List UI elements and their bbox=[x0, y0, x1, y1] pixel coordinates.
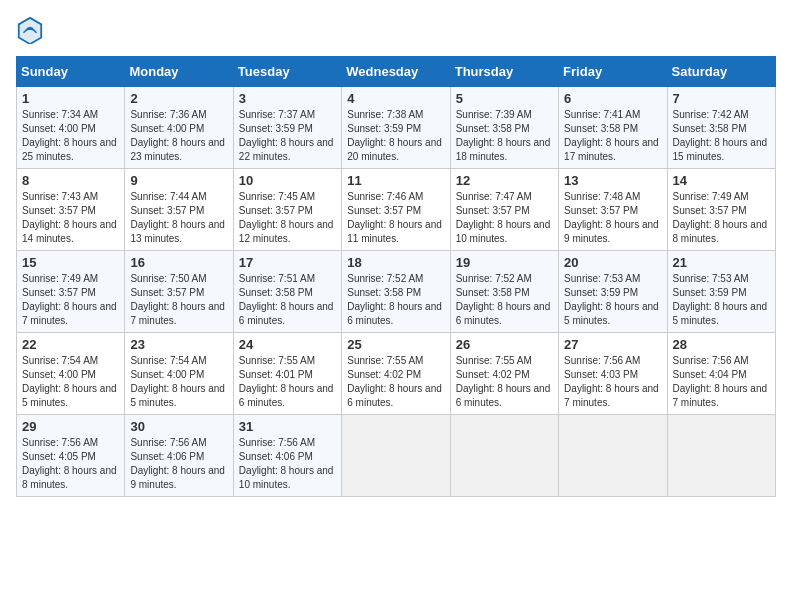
weekday-header-saturday: Saturday bbox=[667, 57, 775, 87]
calendar-cell: 18Sunrise: 7:52 AM Sunset: 3:58 PM Dayli… bbox=[342, 251, 450, 333]
calendar-cell: 15Sunrise: 7:49 AM Sunset: 3:57 PM Dayli… bbox=[17, 251, 125, 333]
day-number: 13 bbox=[564, 173, 661, 188]
day-info: Sunrise: 7:42 AM Sunset: 3:58 PM Dayligh… bbox=[673, 108, 770, 164]
day-info: Sunrise: 7:46 AM Sunset: 3:57 PM Dayligh… bbox=[347, 190, 444, 246]
calendar-cell bbox=[450, 415, 558, 497]
calendar-cell: 21Sunrise: 7:53 AM Sunset: 3:59 PM Dayli… bbox=[667, 251, 775, 333]
day-info: Sunrise: 7:55 AM Sunset: 4:02 PM Dayligh… bbox=[347, 354, 444, 410]
day-number: 21 bbox=[673, 255, 770, 270]
calendar-cell: 2Sunrise: 7:36 AM Sunset: 4:00 PM Daylig… bbox=[125, 87, 233, 169]
day-number: 23 bbox=[130, 337, 227, 352]
day-number: 5 bbox=[456, 91, 553, 106]
day-number: 1 bbox=[22, 91, 119, 106]
day-info: Sunrise: 7:55 AM Sunset: 4:02 PM Dayligh… bbox=[456, 354, 553, 410]
day-number: 3 bbox=[239, 91, 336, 106]
calendar-cell: 17Sunrise: 7:51 AM Sunset: 3:58 PM Dayli… bbox=[233, 251, 341, 333]
weekday-header-sunday: Sunday bbox=[17, 57, 125, 87]
calendar-cell: 3Sunrise: 7:37 AM Sunset: 3:59 PM Daylig… bbox=[233, 87, 341, 169]
day-info: Sunrise: 7:52 AM Sunset: 3:58 PM Dayligh… bbox=[456, 272, 553, 328]
day-info: Sunrise: 7:49 AM Sunset: 3:57 PM Dayligh… bbox=[673, 190, 770, 246]
day-number: 16 bbox=[130, 255, 227, 270]
day-info: Sunrise: 7:50 AM Sunset: 3:57 PM Dayligh… bbox=[130, 272, 227, 328]
day-info: Sunrise: 7:52 AM Sunset: 3:58 PM Dayligh… bbox=[347, 272, 444, 328]
calendar-cell bbox=[667, 415, 775, 497]
day-number: 7 bbox=[673, 91, 770, 106]
day-info: Sunrise: 7:45 AM Sunset: 3:57 PM Dayligh… bbox=[239, 190, 336, 246]
calendar-cell: 20Sunrise: 7:53 AM Sunset: 3:59 PM Dayli… bbox=[559, 251, 667, 333]
logo-icon bbox=[16, 16, 44, 44]
day-number: 20 bbox=[564, 255, 661, 270]
day-info: Sunrise: 7:47 AM Sunset: 3:57 PM Dayligh… bbox=[456, 190, 553, 246]
day-info: Sunrise: 7:54 AM Sunset: 4:00 PM Dayligh… bbox=[130, 354, 227, 410]
calendar-cell: 5Sunrise: 7:39 AM Sunset: 3:58 PM Daylig… bbox=[450, 87, 558, 169]
calendar-cell: 4Sunrise: 7:38 AM Sunset: 3:59 PM Daylig… bbox=[342, 87, 450, 169]
calendar-cell: 16Sunrise: 7:50 AM Sunset: 3:57 PM Dayli… bbox=[125, 251, 233, 333]
day-number: 6 bbox=[564, 91, 661, 106]
day-info: Sunrise: 7:49 AM Sunset: 3:57 PM Dayligh… bbox=[22, 272, 119, 328]
day-number: 15 bbox=[22, 255, 119, 270]
day-number: 8 bbox=[22, 173, 119, 188]
calendar-cell: 22Sunrise: 7:54 AM Sunset: 4:00 PM Dayli… bbox=[17, 333, 125, 415]
day-info: Sunrise: 7:36 AM Sunset: 4:00 PM Dayligh… bbox=[130, 108, 227, 164]
calendar-cell: 14Sunrise: 7:49 AM Sunset: 3:57 PM Dayli… bbox=[667, 169, 775, 251]
day-info: Sunrise: 7:55 AM Sunset: 4:01 PM Dayligh… bbox=[239, 354, 336, 410]
day-info: Sunrise: 7:53 AM Sunset: 3:59 PM Dayligh… bbox=[564, 272, 661, 328]
calendar-cell: 19Sunrise: 7:52 AM Sunset: 3:58 PM Dayli… bbox=[450, 251, 558, 333]
calendar-week-4: 22Sunrise: 7:54 AM Sunset: 4:00 PM Dayli… bbox=[17, 333, 776, 415]
day-number: 4 bbox=[347, 91, 444, 106]
day-info: Sunrise: 7:51 AM Sunset: 3:58 PM Dayligh… bbox=[239, 272, 336, 328]
calendar-cell: 8Sunrise: 7:43 AM Sunset: 3:57 PM Daylig… bbox=[17, 169, 125, 251]
day-number: 29 bbox=[22, 419, 119, 434]
calendar-cell: 23Sunrise: 7:54 AM Sunset: 4:00 PM Dayli… bbox=[125, 333, 233, 415]
calendar-cell: 7Sunrise: 7:42 AM Sunset: 3:58 PM Daylig… bbox=[667, 87, 775, 169]
calendar-cell: 24Sunrise: 7:55 AM Sunset: 4:01 PM Dayli… bbox=[233, 333, 341, 415]
day-number: 27 bbox=[564, 337, 661, 352]
day-info: Sunrise: 7:56 AM Sunset: 4:03 PM Dayligh… bbox=[564, 354, 661, 410]
day-info: Sunrise: 7:43 AM Sunset: 3:57 PM Dayligh… bbox=[22, 190, 119, 246]
day-info: Sunrise: 7:53 AM Sunset: 3:59 PM Dayligh… bbox=[673, 272, 770, 328]
weekday-header-tuesday: Tuesday bbox=[233, 57, 341, 87]
calendar-cell bbox=[342, 415, 450, 497]
day-info: Sunrise: 7:39 AM Sunset: 3:58 PM Dayligh… bbox=[456, 108, 553, 164]
calendar-cell: 9Sunrise: 7:44 AM Sunset: 3:57 PM Daylig… bbox=[125, 169, 233, 251]
day-number: 11 bbox=[347, 173, 444, 188]
logo bbox=[16, 16, 48, 44]
day-number: 14 bbox=[673, 173, 770, 188]
calendar-week-5: 29Sunrise: 7:56 AM Sunset: 4:05 PM Dayli… bbox=[17, 415, 776, 497]
day-number: 12 bbox=[456, 173, 553, 188]
calendar-week-2: 8Sunrise: 7:43 AM Sunset: 3:57 PM Daylig… bbox=[17, 169, 776, 251]
calendar-week-1: 1Sunrise: 7:34 AM Sunset: 4:00 PM Daylig… bbox=[17, 87, 776, 169]
calendar-cell: 28Sunrise: 7:56 AM Sunset: 4:04 PM Dayli… bbox=[667, 333, 775, 415]
calendar-cell: 31Sunrise: 7:56 AM Sunset: 4:06 PM Dayli… bbox=[233, 415, 341, 497]
day-info: Sunrise: 7:38 AM Sunset: 3:59 PM Dayligh… bbox=[347, 108, 444, 164]
calendar-cell bbox=[559, 415, 667, 497]
page-header bbox=[16, 16, 776, 44]
calendar-week-3: 15Sunrise: 7:49 AM Sunset: 3:57 PM Dayli… bbox=[17, 251, 776, 333]
calendar-cell: 10Sunrise: 7:45 AM Sunset: 3:57 PM Dayli… bbox=[233, 169, 341, 251]
day-info: Sunrise: 7:56 AM Sunset: 4:06 PM Dayligh… bbox=[130, 436, 227, 492]
calendar-cell: 6Sunrise: 7:41 AM Sunset: 3:58 PM Daylig… bbox=[559, 87, 667, 169]
day-number: 17 bbox=[239, 255, 336, 270]
weekday-header-monday: Monday bbox=[125, 57, 233, 87]
day-info: Sunrise: 7:54 AM Sunset: 4:00 PM Dayligh… bbox=[22, 354, 119, 410]
day-number: 26 bbox=[456, 337, 553, 352]
day-number: 2 bbox=[130, 91, 227, 106]
calendar-cell: 12Sunrise: 7:47 AM Sunset: 3:57 PM Dayli… bbox=[450, 169, 558, 251]
day-number: 19 bbox=[456, 255, 553, 270]
day-info: Sunrise: 7:56 AM Sunset: 4:06 PM Dayligh… bbox=[239, 436, 336, 492]
day-number: 10 bbox=[239, 173, 336, 188]
day-info: Sunrise: 7:56 AM Sunset: 4:04 PM Dayligh… bbox=[673, 354, 770, 410]
day-number: 31 bbox=[239, 419, 336, 434]
day-info: Sunrise: 7:34 AM Sunset: 4:00 PM Dayligh… bbox=[22, 108, 119, 164]
weekday-header-wednesday: Wednesday bbox=[342, 57, 450, 87]
calendar-cell: 30Sunrise: 7:56 AM Sunset: 4:06 PM Dayli… bbox=[125, 415, 233, 497]
calendar-cell: 13Sunrise: 7:48 AM Sunset: 3:57 PM Dayli… bbox=[559, 169, 667, 251]
day-number: 18 bbox=[347, 255, 444, 270]
weekday-header-row: SundayMondayTuesdayWednesdayThursdayFrid… bbox=[17, 57, 776, 87]
day-info: Sunrise: 7:48 AM Sunset: 3:57 PM Dayligh… bbox=[564, 190, 661, 246]
day-number: 22 bbox=[22, 337, 119, 352]
calendar-cell: 26Sunrise: 7:55 AM Sunset: 4:02 PM Dayli… bbox=[450, 333, 558, 415]
weekday-header-friday: Friday bbox=[559, 57, 667, 87]
day-info: Sunrise: 7:37 AM Sunset: 3:59 PM Dayligh… bbox=[239, 108, 336, 164]
day-info: Sunrise: 7:41 AM Sunset: 3:58 PM Dayligh… bbox=[564, 108, 661, 164]
